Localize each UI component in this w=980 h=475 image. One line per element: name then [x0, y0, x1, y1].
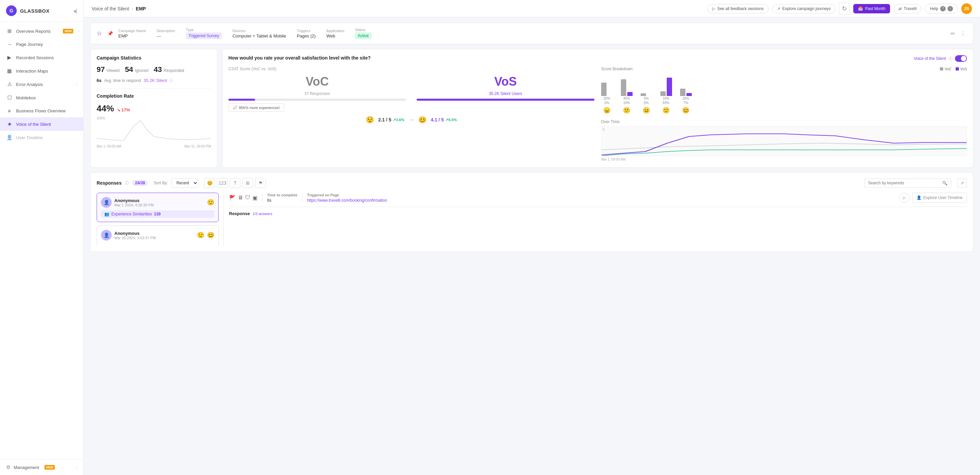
business-flows-icon: ≡: [6, 108, 13, 114]
experience-badge-1[interactable]: 👥 Experience Similarities 139: [101, 210, 214, 218]
completion-title: Completion Rate: [97, 93, 211, 99]
sidebar-label-interaction-maps: Interaction Maps: [16, 69, 77, 73]
bars-container: 20% 0% 😠 45% 10%: [601, 76, 967, 114]
bar-group-2: 45% 10% 😕: [621, 76, 633, 114]
response-emoji-2b: 😊: [207, 231, 214, 239]
completion-section: Completion Rate 44% ↘ 17% 100%: [97, 88, 211, 148]
responses-header: Responses ⓘ 24/39 Sort By: Recent Oldest…: [97, 178, 967, 188]
score-breakdown-section: Score Breakdown VoC VoS: [601, 67, 967, 161]
sidebar-footer[interactable]: ⚙ Management NEW ›: [0, 459, 83, 475]
user-info-2: Anonymous Mar 10 2024, 3:03:37 PM: [115, 231, 194, 240]
see-feedback-button[interactable]: ▷ See all feedback sessions: [707, 4, 769, 13]
flag-filter-button[interactable]: ⚑: [255, 178, 266, 188]
mobilebox-icon: ☐: [6, 95, 13, 101]
help-button[interactable]: Help ? i: [925, 4, 958, 14]
voc-trend: ↗3.6%: [393, 118, 404, 122]
two-col-layout: Campaign Statistics 97 Viewed 54 Ignored…: [90, 49, 973, 167]
vos-toggle-switch[interactable]: [955, 55, 967, 62]
filter-buttons: 😊 123 T ⊞ ⚑: [204, 178, 266, 188]
campaign-name-field: Campaign Name EMP: [118, 29, 146, 38]
timeline-icon: 👤: [916, 195, 921, 200]
logo-icon: G: [6, 5, 17, 16]
edit-campaign-button[interactable]: ✏: [949, 29, 956, 38]
detail-icons-row: 🚩 🖥 🛡 ▣ Time to complete 6s Trigger: [229, 193, 967, 203]
responses-count: 24/39: [132, 180, 148, 186]
response-card-2[interactable]: 👤 Anonymous Mar 10 2024, 3:03:37 PM 🙂 😊: [97, 225, 219, 246]
breadcrumb-separator: ›: [132, 6, 133, 11]
device-icons: 🚩 🖥 🛡 ▣: [229, 195, 258, 201]
topbar: Voice of the Silent › EMP ▷ See all feed…: [84, 0, 980, 18]
bar-group-5: 20% 7% 😊: [680, 76, 692, 114]
campaign-header: ☆ 📌 Campaign Name EMP Description --- Ty…: [90, 23, 973, 44]
play-session-button[interactable]: ▷: [899, 193, 910, 203]
sidebar-item-voice-of-silent[interactable]: ★ Voice of the Silent: [0, 117, 83, 131]
info-circle-icon: ⓘ: [170, 78, 173, 83]
divider-1: [262, 194, 262, 202]
export-button[interactable]: ↗: [957, 179, 967, 188]
completion-header: 44% ↘ 17%: [97, 104, 211, 114]
campaign-type-badge: Triggered Survey: [186, 32, 222, 39]
sidebar-logo: G GLASSBOX ◂|: [0, 0, 83, 22]
search-input[interactable]: [868, 181, 940, 185]
sidebar-item-page-journey[interactable]: → Page Journey: [0, 38, 83, 51]
sidebar-item-user-timeline[interactable]: 👤 User Timeline: [0, 131, 83, 144]
window-icon: ▣: [253, 195, 258, 201]
legend-row: VoC VoS: [940, 67, 967, 71]
sidebar-item-business-flows[interactable]: ≡ Business Flows Overview: [0, 104, 83, 117]
voc-score: 2.1 / 5 ↗3.6%: [378, 117, 404, 123]
satisfaction-card: How would you rate your overall satisfac…: [222, 49, 973, 167]
completion-change: ↘ 17%: [117, 107, 130, 112]
response-user-1: 👤 Anonymous Mar 1 2024, 4:28:39 PM 🙂: [101, 197, 214, 208]
interaction-maps-icon: ▦: [6, 68, 13, 74]
answer-label: Response 1/3 answers: [229, 211, 967, 216]
triggered-page-field: Triggered on Page https://www.travelil.c…: [307, 193, 387, 203]
user-timeline-icon: 👤: [6, 134, 13, 140]
voc-section: VoC 37 Responses: [228, 75, 406, 101]
campaign-type-field: Type Triggered Survey: [186, 28, 222, 39]
sidebar-item-recorded-sessions[interactable]: ▶ Recorded Sessions: [0, 51, 83, 64]
time-to-complete-field: Time to complete 6s: [267, 193, 297, 203]
emoji-filter-button[interactable]: 😊: [204, 178, 215, 188]
campaign-statistics-card: Campaign Statistics 97 Viewed 54 Ignored…: [90, 49, 217, 167]
vos-trend: ↗6.5%: [445, 118, 457, 122]
response-answer-section: Response 1/3 answers: [229, 207, 967, 216]
text-filter-button[interactable]: T: [230, 178, 240, 188]
sidebar-item-mobilebox[interactable]: ☐ Mobilebox: [0, 91, 83, 104]
explore-timeline-button[interactable]: 👤 Explore User Timeline: [912, 193, 967, 203]
page-journey-icon: →: [6, 41, 13, 47]
travelil-button[interactable]: ⇄ Travelil: [893, 4, 921, 13]
user-avatar[interactable]: JS: [961, 3, 972, 14]
overview-reports-icon: ⊞: [6, 28, 13, 34]
sidebar-item-interaction-maps[interactable]: ▦ Interaction Maps: [0, 64, 83, 78]
switch-icon: ⇄: [899, 6, 902, 11]
date-range-button[interactable]: 📅 Past Month: [853, 4, 890, 13]
sort-select[interactable]: Recent Oldest: [171, 178, 198, 188]
divider-2: [302, 194, 302, 202]
campaign-triggers-field: Triggers Pages (2): [297, 29, 316, 38]
sidebar-item-overview-reports[interactable]: ⊞ Overview Reports NEW ›: [0, 24, 83, 38]
sidebar-nav: ⊞ Overview Reports NEW › → Page Journey …: [0, 22, 83, 459]
campaign-star-icon: ☆: [97, 30, 102, 37]
refresh-button[interactable]: ↻: [839, 3, 850, 15]
sidebar-item-error-analysis[interactable]: ⚠ Error Analysis ›: [0, 78, 83, 91]
campaign-devices-field: Devices Computer + Tablet & Mobile: [232, 29, 286, 38]
search-icon: 🔍: [942, 181, 948, 186]
brand-name: GLASSBOX: [20, 8, 49, 14]
grid-filter-button[interactable]: ⊞: [242, 178, 253, 188]
recorded-sessions-icon: ▶: [6, 54, 13, 61]
number-filter-button[interactable]: 123: [217, 178, 228, 188]
response-emoji-2a: 🙂: [197, 231, 204, 239]
explore-journeys-button[interactable]: ↗ Explore campaign journeys: [772, 4, 836, 13]
vos-toggle[interactable]: Voice of the Silent ⓘ: [914, 55, 967, 62]
overview-reports-chevron: ›: [78, 29, 79, 33]
more-options-button[interactable]: ⋮: [959, 29, 967, 38]
collapse-button[interactable]: ◂|: [73, 8, 77, 14]
more-experiences-button[interactable]: 📈 95K% more experiences!: [228, 104, 284, 112]
response-card-1[interactable]: 👤 Anonymous Mar 1 2024, 4:28:39 PM 🙂 👥 E…: [97, 193, 219, 222]
sidebar-label-mobilebox: Mobilebox: [16, 95, 77, 100]
screen-icon: 🖥: [238, 195, 243, 201]
sidebar-label-error-analysis: Error Analysis: [16, 82, 73, 87]
bar-group-3: 5% 0% 😐: [641, 76, 652, 114]
sidebar-label-user-timeline: User Timeline: [16, 135, 77, 140]
statistics-title: Campaign Statistics: [97, 55, 211, 61]
